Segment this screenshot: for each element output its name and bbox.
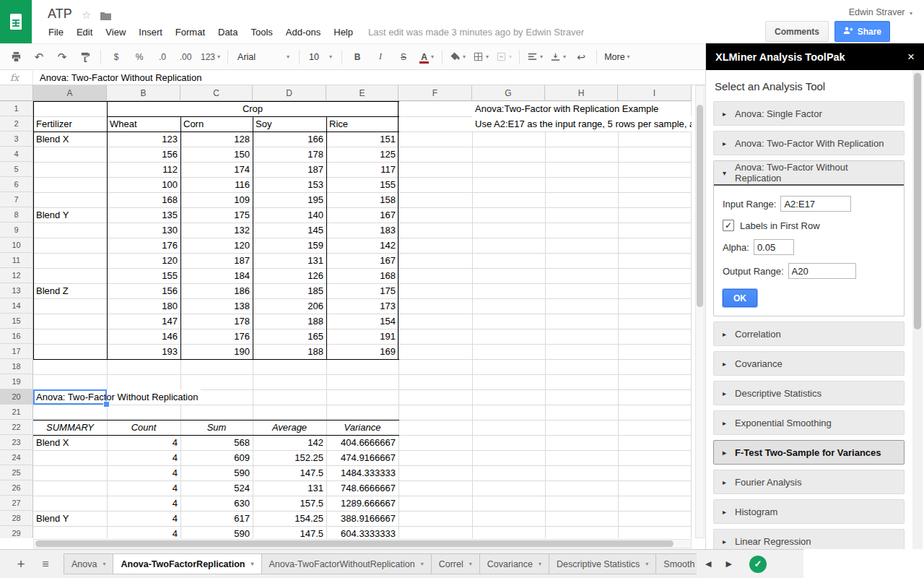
cell-B15[interactable]: 147	[107, 314, 180, 329]
strikethrough-button[interactable]: S	[401, 52, 406, 62]
horizontal-align-button[interactable]: ▾	[525, 48, 545, 66]
cell-B4[interactable]: 156	[107, 147, 180, 162]
cell-A28[interactable]: Blend Y	[33, 511, 107, 526]
cell-B12[interactable]: 155	[107, 268, 180, 283]
row-header-14[interactable]: 14	[0, 298, 33, 314]
cell-E27[interactable]: 1289.666667	[326, 496, 398, 511]
paint-format-button[interactable]	[75, 48, 95, 66]
col-header-D[interactable]: D	[253, 85, 326, 101]
font-family-select[interactable]: Arial▾	[233, 48, 294, 66]
cell-B22[interactable]: Count	[107, 420, 180, 435]
cell-D6[interactable]: 153	[253, 177, 326, 192]
cell-D5[interactable]: 187	[253, 162, 326, 177]
cell-B2[interactable]: Wheat	[107, 116, 180, 131]
tool-anova-two-factor-with-replication[interactable]: ▸Anova: Two-Factor With Replication	[713, 131, 905, 155]
row-header-18[interactable]: 18	[0, 359, 33, 374]
bold-button[interactable]: B	[354, 52, 361, 62]
cell-E24[interactable]: 474.9166667	[326, 450, 398, 465]
text-wrap-button[interactable]: ↩	[571, 48, 591, 66]
sheet-tab-covariance[interactable]: Covariance▾	[479, 553, 549, 574]
cell-E10[interactable]: 142	[326, 238, 398, 253]
close-icon[interactable]: ×	[907, 51, 915, 63]
cell-D11[interactable]: 131	[253, 253, 326, 268]
sidebar-scrollbar[interactable]	[912, 70, 923, 549]
number-format-button[interactable]: 123▾	[199, 48, 222, 66]
cell-D4[interactable]: 178	[253, 147, 326, 162]
cell-B14[interactable]: 180	[107, 298, 180, 314]
row-header-17[interactable]: 17	[0, 344, 33, 359]
cell-C2[interactable]: Corn	[180, 116, 253, 131]
alpha-field[interactable]	[754, 239, 794, 255]
cell-C8[interactable]: 175	[180, 207, 253, 223]
menu-edit[interactable]: Edit	[70, 24, 99, 40]
cell-B11[interactable]: 120	[107, 253, 180, 268]
cell-A22[interactable]: SUMMARY	[33, 420, 107, 435]
row-header-28[interactable]: 28	[0, 511, 33, 526]
cell-B1[interactable]: Crop	[107, 101, 398, 116]
menu-help[interactable]: Help	[327, 24, 359, 40]
row-header-21[interactable]: 21	[0, 405, 33, 420]
col-header-E[interactable]: E	[326, 85, 398, 101]
cell-E9[interactable]: 183	[326, 223, 398, 238]
cell-E26[interactable]: 748.6666667	[326, 480, 398, 496]
tool-covariance[interactable]: ▸Covariance	[713, 351, 905, 376]
cell-A3[interactable]: Blend X	[33, 131, 107, 147]
sheet-tab-anova-twofactorwithoutreplication[interactable]: Anova-TwoFactorWithoutReplication▾	[261, 553, 432, 574]
row-header-13[interactable]: 13	[0, 283, 33, 298]
cell-C27[interactable]: 630	[180, 496, 253, 511]
cell-C22[interactable]: Sum	[180, 420, 253, 435]
col-header-A[interactable]: A	[33, 85, 107, 101]
cell-D16[interactable]: 165	[253, 329, 326, 344]
cell-B24[interactable]: 4	[107, 450, 180, 465]
menu-data[interactable]: Data	[212, 24, 244, 40]
format-currency-button[interactable]: $	[106, 48, 126, 66]
row-header-23[interactable]: 23	[0, 435, 33, 450]
cell-D17[interactable]: 188	[253, 344, 326, 359]
tool-correlation[interactable]: ▸Correlation	[713, 322, 905, 346]
cell-G1[interactable]: Anova:Two-Factor with Replication Exampl…	[472, 101, 661, 116]
cell-C13[interactable]: 186	[180, 283, 253, 298]
row-header-2[interactable]: 2	[0, 116, 33, 131]
undo-button[interactable]: ↶	[29, 48, 49, 66]
cell-D2[interactable]: Soy	[253, 116, 326, 131]
cell-E25[interactable]: 1484.333333	[326, 465, 398, 480]
cell-B23[interactable]: 4	[107, 435, 180, 450]
tool-descriptive-statistics[interactable]: ▸Descriptive Statistics	[713, 381, 905, 405]
cell-A8[interactable]: Blend Y	[33, 207, 107, 223]
row-header-5[interactable]: 5	[0, 162, 33, 177]
cell-B25[interactable]: 4	[107, 465, 180, 480]
cell-C25[interactable]: 590	[180, 465, 253, 480]
cell-E14[interactable]: 173	[326, 298, 398, 314]
sheet-tab-anova-twofactorreplication[interactable]: Anova-TwoFactorReplication▾	[113, 553, 261, 574]
cell-D14[interactable]: 206	[253, 298, 326, 314]
cell-B17[interactable]: 193	[107, 344, 180, 359]
cell-D8[interactable]: 140	[253, 207, 326, 223]
row-header-16[interactable]: 16	[0, 329, 33, 344]
cell-D23[interactable]: 142	[253, 435, 326, 450]
decrease-decimal-button[interactable]: .0	[152, 48, 173, 66]
cell-D7[interactable]: 195	[253, 192, 326, 207]
row-header-10[interactable]: 10	[0, 238, 33, 253]
text-color-button[interactable]: A▾	[417, 48, 437, 66]
cell-C15[interactable]: 178	[180, 314, 253, 329]
sidebar-scrollbar-thumb[interactable]	[914, 73, 921, 329]
row-header-22[interactable]: 22	[0, 420, 33, 435]
row-header-19[interactable]: 19	[0, 374, 33, 389]
cell-D3[interactable]: 166	[253, 131, 326, 147]
menu-tools[interactable]: Tools	[244, 24, 279, 40]
cell-B6[interactable]: 100	[107, 177, 180, 192]
row-header-26[interactable]: 26	[0, 480, 33, 496]
row-header-4[interactable]: 4	[0, 147, 33, 162]
cell-C12[interactable]: 184	[180, 268, 253, 283]
last-edit-status[interactable]: Last edit was made 3 minutes ago by Edwi…	[368, 27, 584, 38]
col-header-G[interactable]: G	[472, 85, 545, 101]
document-title[interactable]: ATP	[48, 7, 72, 22]
cell-D26[interactable]: 131	[253, 480, 326, 496]
cell-B27[interactable]: 4	[107, 496, 180, 511]
cell-D28[interactable]: 154.25	[253, 511, 326, 526]
cell-C16[interactable]: 176	[180, 329, 253, 344]
row-header-6[interactable]: 6	[0, 177, 33, 192]
row-header-12[interactable]: 12	[0, 268, 33, 283]
cell-C17[interactable]: 190	[180, 344, 253, 359]
tool-exponential-smoothing[interactable]: ▸Exponential Smoothing	[713, 410, 905, 435]
